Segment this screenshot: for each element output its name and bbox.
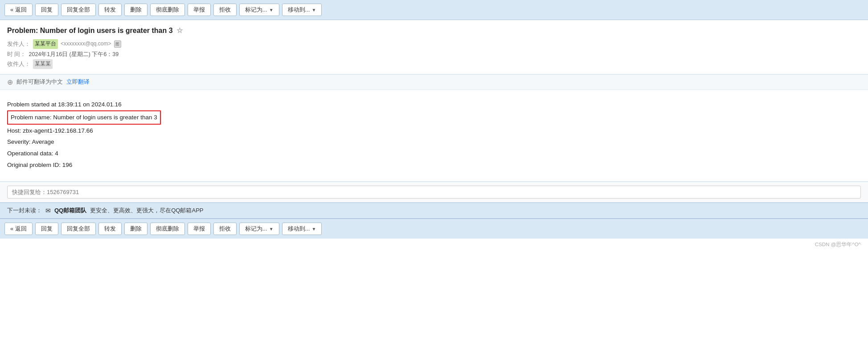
to-row: 收件人： 某某某	[7, 59, 861, 69]
bottom-reply-all-button[interactable]: 回复全部	[61, 223, 96, 235]
reply-button[interactable]: 回复	[35, 4, 58, 16]
body-line6: Original problem ID: 196	[7, 159, 861, 171]
bottom-reply-button[interactable]: 回复	[35, 223, 58, 235]
next-email-envelope-icon: ✉	[45, 207, 51, 214]
quick-reply-bar	[0, 182, 868, 203]
quick-reply-input[interactable]	[7, 186, 861, 199]
forward-button[interactable]: 转发	[98, 4, 122, 16]
email-body: Problem started at 18:39:11 on 2024.01.1…	[0, 90, 868, 182]
email-header: Problem: Number of login users is greate…	[0, 20, 868, 74]
time-label: 时 间：	[7, 49, 26, 60]
sender-email: <xxxxxxxx@qq.com>	[61, 39, 111, 49]
bottom-back-button[interactable]: « 返回	[4, 223, 33, 235]
footer-credit: CSDN @思华年^O^	[0, 239, 868, 251]
next-email-description: 更安全、更高效、更强大，尽在QQ邮箱APP	[90, 207, 203, 215]
bottom-perm-delete-button[interactable]: 彻底删除	[150, 223, 185, 235]
body-line1: Problem started at 18:39:11 on 2024.01.1…	[7, 99, 861, 110]
body-line4: Severity: Average	[7, 136, 861, 148]
next-email-team[interactable]: QQ邮箱团队	[54, 207, 86, 215]
move-dropdown-arrow: ▼	[311, 8, 316, 12]
bottom-mark-button[interactable]: 标记为... ▼	[239, 223, 279, 235]
top-toolbar: « 返回 回复 回复全部 转发 删除 彻底删除 举报 拒收 标记为... ▼ 移…	[0, 0, 868, 20]
bottom-delete-button[interactable]: 删除	[124, 223, 147, 235]
next-email-prefix: 下一封未读：	[7, 207, 42, 215]
subject-text: Problem: Number of login users is greate…	[7, 27, 173, 35]
back-button[interactable]: « 返回	[4, 4, 33, 16]
problem-name-highlighted: Problem name: Number of login users is g…	[7, 110, 161, 125]
from-row: 发件人： 某某平台 <xxxxxxxx@qq.com> 图	[7, 39, 861, 49]
delete-button[interactable]: 删除	[124, 4, 147, 16]
reject-button[interactable]: 拒收	[213, 4, 237, 16]
email-meta: 发件人： 某某平台 <xxxxxxxx@qq.com> 图 时 间： 2024年…	[7, 39, 861, 69]
next-email-bar: 下一封未读： ✉ QQ邮箱团队 更安全、更高效、更强大，尽在QQ邮箱APP	[0, 203, 868, 219]
bottom-move-button[interactable]: 移动到... ▼	[282, 223, 322, 235]
body-line3: Host: zbx-agent1-192.168.17.66	[7, 125, 861, 137]
move-button[interactable]: 移动到... ▼	[282, 4, 322, 16]
body-line2: Problem name: Number of login users is g…	[7, 110, 861, 125]
mark-dropdown-arrow: ▼	[269, 8, 274, 12]
bottom-forward-button[interactable]: 转发	[98, 223, 122, 235]
time-row: 时 间： 2024年1月16日 (星期二) 下午6：39	[7, 49, 861, 60]
star-icon[interactable]: ☆	[176, 26, 183, 35]
sender-contact-icon[interactable]: 图	[114, 41, 121, 48]
translate-link[interactable]: 立即翻译	[66, 78, 90, 86]
footer-text: CSDN @思华年^O^	[815, 242, 861, 247]
body-line5: Operational data: 4	[7, 148, 861, 159]
bottom-move-dropdown-arrow: ▼	[311, 227, 316, 231]
email-subject: Problem: Number of login users is greate…	[7, 26, 861, 35]
time-value: 2024年1月16日 (星期二) 下午6：39	[29, 49, 119, 60]
bottom-mark-dropdown-arrow: ▼	[269, 227, 274, 231]
bottom-toolbar: « 返回 回复 回复全部 转发 删除 彻底删除 举报 拒收 标记为... ▼ 移…	[0, 219, 868, 239]
sender-name: 某某平台	[33, 39, 58, 49]
from-label: 发件人：	[7, 39, 30, 49]
report-button[interactable]: 举报	[188, 4, 211, 16]
perm-delete-button[interactable]: 彻底删除	[150, 4, 185, 16]
translate-bar: ⊕ 邮件可翻译为中文 立即翻译	[0, 74, 868, 90]
translate-text: 邮件可翻译为中文	[16, 78, 63, 86]
bottom-reject-button[interactable]: 拒收	[213, 223, 237, 235]
recipient-value: 某某某	[33, 59, 53, 69]
mark-button[interactable]: 标记为... ▼	[239, 4, 279, 16]
bottom-report-button[interactable]: 举报	[188, 223, 211, 235]
reply-all-button[interactable]: 回复全部	[61, 4, 96, 16]
to-label: 收件人：	[7, 59, 30, 69]
translate-icon: ⊕	[7, 78, 13, 86]
